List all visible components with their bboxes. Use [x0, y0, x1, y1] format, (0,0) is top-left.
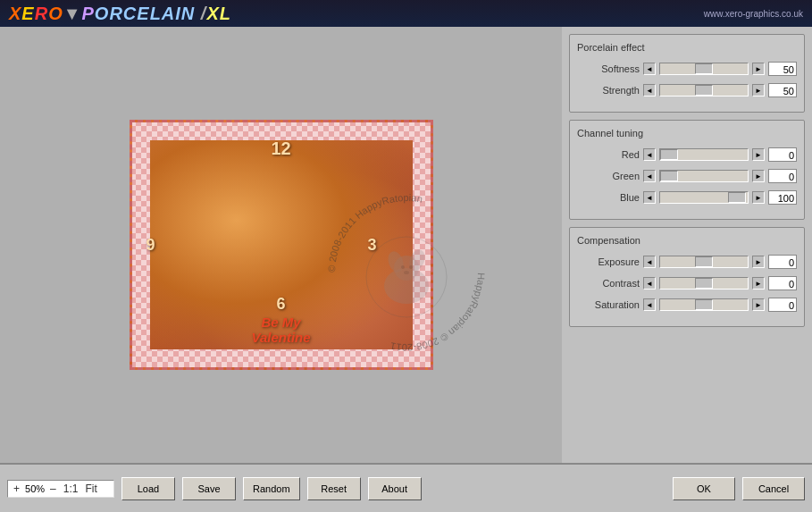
exposure-label: Exposure — [577, 256, 640, 267]
title-orc: ORC — [95, 4, 137, 23]
strength-value[interactable]: 50 — [768, 83, 797, 97]
saturation-thumb[interactable] — [695, 299, 713, 310]
bottom-bar: + 50% – 1:1 Fit Load Save Random Reset A… — [0, 463, 812, 512]
green-right-btn[interactable]: ► — [752, 170, 765, 182]
title-xl: XL — [206, 4, 231, 23]
title-e: E — [21, 4, 34, 23]
red-row: Red ◄ ► 0 — [577, 147, 797, 162]
red-thumb[interactable] — [660, 149, 678, 160]
compensation-title: Compensation — [577, 235, 797, 246]
clock-3: 3 — [367, 236, 376, 255]
zoom-value: 50% — [25, 483, 45, 494]
load-button[interactable]: Load — [121, 477, 175, 500]
blue-left-btn[interactable]: ◄ — [643, 191, 656, 204]
clock-6: 6 — [276, 295, 285, 314]
exposure-left-btn[interactable]: ◄ — [643, 256, 656, 268]
image-caption: Be MyValentine — [251, 315, 310, 345]
exposure-right-btn[interactable]: ► — [752, 256, 765, 268]
saturation-left-btn[interactable]: ◄ — [643, 298, 656, 311]
about-button[interactable]: About — [368, 477, 422, 500]
green-thumb[interactable] — [660, 171, 678, 181]
saturation-track[interactable] — [659, 298, 749, 311]
website-url: www.xero-graphics.co.uk — [704, 9, 803, 19]
save-button[interactable]: Save — [182, 477, 236, 500]
channel-title: Channel tuning — [577, 128, 797, 138]
red-right-btn[interactable]: ► — [752, 148, 765, 161]
saturation-value[interactable]: 0 — [768, 298, 797, 312]
softness-thumb[interactable] — [695, 63, 713, 74]
zoom-plus-btn[interactable]: + — [12, 483, 21, 495]
saturation-label: Saturation — [577, 299, 640, 310]
blue-track[interactable] — [659, 191, 749, 204]
clock-12: 12 — [271, 138, 290, 159]
contrast-left-btn[interactable]: ◄ — [643, 277, 656, 290]
title-r: R — [35, 4, 48, 23]
contrast-label: Contrast — [577, 278, 640, 289]
app-title: XERO▼PORCELAIN /XL — [9, 4, 231, 24]
title-x: X — [9, 4, 21, 23]
red-value[interactable]: 0 — [768, 147, 797, 162]
softness-right-btn[interactable]: ► — [752, 63, 765, 75]
title-bar: XERO▼PORCELAIN /XL www.xero-graphics.co.… — [0, 0, 812, 27]
red-left-btn[interactable]: ◄ — [643, 148, 656, 161]
red-label: Red — [577, 149, 640, 160]
exposure-row: Exposure ◄ ► 0 — [577, 255, 797, 269]
contrast-right-btn[interactable]: ► — [752, 277, 765, 290]
zoom-1to1-btn[interactable]: 1:1 — [62, 483, 80, 495]
exposure-track[interactable] — [659, 256, 749, 268]
contrast-thumb[interactable] — [695, 278, 713, 289]
blue-row: Blue ◄ ► 100 — [577, 190, 797, 205]
cancel-button[interactable]: Cancel — [742, 477, 805, 500]
porcelain-title: Porcelain effect — [577, 42, 797, 53]
zoom-minus-btn[interactable]: – — [48, 483, 58, 495]
green-value[interactable]: 0 — [768, 169, 797, 183]
image-preview: 12 9 3 6 Be MyValentine — [130, 120, 433, 370]
strength-row: Strength ◄ ► 50 — [577, 83, 797, 97]
porcelain-section: Porcelain effect Softness ◄ ► 50 Strengt… — [569, 34, 805, 113]
green-left-btn[interactable]: ◄ — [643, 170, 656, 182]
channel-section: Channel tuning Red ◄ ► 0 Green ◄ ► 0 — [569, 120, 805, 220]
compensation-section: Compensation Exposure ◄ ► 0 Contrast ◄ ► — [569, 227, 805, 327]
title-elain: ELAIN — [137, 4, 201, 23]
strength-right-btn[interactable]: ► — [752, 84, 765, 97]
title-o: O — [48, 4, 63, 23]
contrast-track[interactable] — [659, 277, 749, 290]
right-panel: Porcelain effect Softness ◄ ► 50 Strengt… — [562, 27, 812, 463]
softness-track[interactable] — [659, 63, 749, 75]
saturation-row: Saturation ◄ ► 0 — [577, 298, 797, 312]
strength-label: Strength — [577, 85, 640, 96]
blue-value[interactable]: 100 — [768, 190, 797, 205]
exposure-thumb[interactable] — [695, 256, 713, 267]
clock-9: 9 — [146, 236, 155, 255]
softness-value[interactable]: 50 — [768, 62, 797, 76]
green-row: Green ◄ ► 0 — [577, 169, 797, 183]
contrast-row: Contrast ◄ ► 0 — [577, 276, 797, 290]
right-buttons: OK Cancel — [673, 477, 805, 500]
green-track[interactable] — [659, 170, 749, 182]
green-label: Green — [577, 171, 640, 181]
blue-right-btn[interactable]: ► — [752, 191, 765, 204]
strength-track[interactable] — [659, 84, 749, 97]
blue-thumb[interactable] — [728, 192, 746, 203]
strength-thumb[interactable] — [695, 85, 713, 96]
saturation-right-btn[interactable]: ► — [752, 298, 765, 311]
zoom-fit-btn[interactable]: Fit — [83, 483, 98, 495]
random-button[interactable]: Random — [243, 477, 300, 500]
zoom-display: + 50% – 1:1 Fit — [7, 480, 114, 498]
softness-label: Softness — [577, 63, 640, 74]
title-p: P — [82, 4, 95, 23]
strength-left-btn[interactable]: ◄ — [643, 84, 656, 97]
softness-row: Softness ◄ ► 50 — [577, 62, 797, 76]
ok-button[interactable]: OK — [673, 477, 735, 500]
title-slash1: ▼ — [63, 4, 82, 23]
blue-label: Blue — [577, 192, 640, 203]
contrast-value[interactable]: 0 — [768, 276, 797, 290]
red-track[interactable] — [659, 148, 749, 161]
canvas-area: 12 9 3 6 Be MyValentine © 2008-2011 Happ… — [0, 27, 562, 463]
main-area: 12 9 3 6 Be MyValentine © 2008-2011 Happ… — [0, 27, 812, 463]
softness-left-btn[interactable]: ◄ — [643, 63, 656, 75]
reset-button[interactable]: Reset — [307, 477, 361, 500]
exposure-value[interactable]: 0 — [768, 255, 797, 269]
